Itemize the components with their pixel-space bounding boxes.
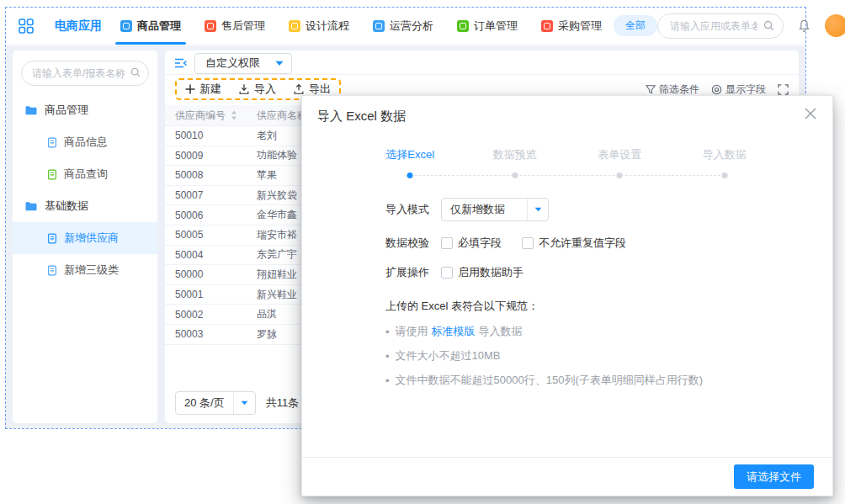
collapse-sidebar-icon[interactable] [174, 57, 188, 69]
sidebar-item-product-info[interactable]: 商品信息 [13, 126, 157, 158]
tab-label: 订单管理 [474, 19, 518, 34]
item-label: 商品查询 [64, 167, 108, 182]
import-button-label: 导入 [254, 82, 276, 97]
permission-dropdown[interactable]: 自定义权限 [194, 53, 292, 74]
fullscreen-icon[interactable] [778, 84, 789, 95]
sidebar-folder-base-data[interactable]: 基础数据 [13, 190, 157, 222]
all-apps-badge[interactable]: 全部 [614, 15, 657, 36]
modal-title: 导入 Excel 数据 [317, 109, 406, 123]
checkbox-label: 启用数据助手 [458, 265, 523, 280]
top-navigation: 电商应用 商品管理 售后管理 设计流程 运营分析 [6, 8, 805, 45]
design-flow-icon [289, 20, 300, 32]
required-fields-checkbox[interactable]: 必填字段 [441, 236, 502, 251]
order-management-icon [457, 20, 469, 32]
rule-template: • 请使用 标准模版 导入数据 [385, 324, 832, 339]
checkbox-box [441, 267, 453, 279]
tab-label: 售后管理 [221, 19, 265, 34]
validation-label: 数据校验 [385, 236, 429, 251]
sidebar-item-product-query[interactable]: 商品查询 [13, 158, 157, 190]
new-button-label: 新建 [199, 82, 221, 97]
column-header-supplier-id[interactable]: 供应商编号 [165, 109, 253, 123]
funnel-icon [646, 84, 656, 95]
tab-label: 采购管理 [558, 19, 602, 34]
aftersales-management-icon [205, 20, 216, 32]
toolbar-right-group: 筛选条件 显示字段 [646, 82, 789, 97]
form-icon [46, 232, 58, 245]
sidebar-item-new-supplier[interactable]: 新增供应商 [13, 222, 157, 254]
checkbox-box [522, 237, 534, 249]
step-dot [512, 172, 518, 178]
tab-product-management[interactable]: 商品管理 [120, 8, 181, 45]
import-steps: 选择Excel 数据预览 表单设置 导入数据 [358, 147, 777, 162]
screenshot-canvas: 电商应用 商品管理 售后管理 设计流程 运营分析 [0, 0, 845, 504]
search-icon [763, 19, 775, 32]
tab-purchase-management[interactable]: 采购管理 [541, 8, 602, 45]
display-fields-button[interactable]: 显示字段 [711, 82, 766, 97]
tab-aftersales-management[interactable]: 售后管理 [205, 8, 265, 45]
apps-grid-icon[interactable] [18, 18, 35, 34]
chevron-down-icon [233, 392, 255, 414]
rule-text: 请使用 [396, 324, 428, 339]
sidebar-item-new-category[interactable]: 新增三级类 [13, 254, 157, 286]
step-progress-dots [358, 172, 777, 179]
rule-filesize: • 文件大小不超过10MB [385, 348, 832, 363]
search-icon [130, 66, 141, 78]
brand-link[interactable]: 电商应用 [55, 19, 102, 34]
fields-label: 显示字段 [725, 82, 766, 97]
tab-order-management[interactable]: 订单管理 [457, 8, 518, 45]
standard-template-link[interactable]: 标准模版 [432, 324, 476, 339]
data-assistant-checkbox[interactable]: 启用数据助手 [441, 265, 523, 280]
item-label: 商品信息 [64, 135, 108, 150]
import-icon [238, 83, 250, 95]
filter-conditions-button[interactable]: 筛选条件 [646, 82, 699, 97]
folder-icon [24, 200, 38, 213]
permission-bar: 自定义权限 [165, 50, 799, 75]
extension-row: 扩展操作 启用数据助手 [385, 265, 832, 280]
rule-text: 文件大小不超过10MB [396, 348, 501, 363]
folder-label: 商品管理 [45, 103, 88, 118]
close-icon[interactable] [804, 107, 817, 120]
step-dot [617, 172, 623, 178]
item-label: 新增供应商 [64, 231, 119, 246]
rule-text: 导入数据 [479, 324, 523, 339]
rule-text: 文件中数据不能超过50000行、150列(子表单明细同样占用行数) [396, 373, 704, 388]
global-search [657, 13, 784, 39]
filter-label: 筛选条件 [659, 82, 699, 97]
choose-file-button[interactable]: 请选择文件 [734, 464, 814, 489]
folder-icon [24, 104, 38, 117]
user-avatar[interactable] [825, 14, 845, 37]
step-import-data: 导入数据 [672, 147, 778, 162]
page-size-dropdown[interactable]: 20 条/页 [175, 391, 256, 415]
form-icon [46, 136, 58, 149]
operation-analysis-icon [373, 20, 385, 32]
notification-bell-icon[interactable] [797, 19, 811, 34]
sort-icon[interactable] [231, 110, 237, 120]
step-select-excel: 选择Excel [358, 147, 463, 162]
import-mode-label: 导入模式 [385, 202, 429, 217]
form-icon [46, 264, 58, 277]
sidebar-folder-product[interactable]: 商品管理 [13, 94, 157, 126]
tab-design-flow[interactable]: 设计流程 [289, 8, 349, 45]
tab-operation-analysis[interactable]: 运营分析 [373, 8, 433, 45]
step-data-preview: 数据预览 [463, 147, 568, 162]
query-form-icon [46, 168, 58, 181]
no-duplicate-checkbox[interactable]: 不允许重复值字段 [522, 236, 626, 251]
modal-footer: 请选择文件 [302, 457, 832, 496]
rules-heading: 上传的 Excel 表符合以下规范： [385, 299, 832, 314]
tab-label: 运营分析 [390, 19, 433, 34]
import-excel-modal: 导入 Excel 数据 选择Excel 数据预览 表单设置 导入数据 导入模式 [301, 95, 833, 496]
checkbox-box [441, 237, 453, 249]
folder-label: 基础数据 [45, 199, 88, 214]
step-dot-active [407, 172, 413, 178]
sidebar-search [21, 61, 149, 86]
item-label: 新增三级类 [64, 263, 119, 278]
new-button[interactable]: 新建 [185, 82, 221, 97]
import-mode-value: 仅新增数据 [442, 202, 527, 217]
import-mode-select[interactable]: 仅新增数据 [441, 198, 549, 221]
import-button[interactable]: 导入 [238, 82, 276, 97]
page-size-value: 20 条/页 [176, 395, 233, 411]
tab-label: 设计流程 [306, 19, 349, 34]
permission-dropdown-value: 自定义权限 [205, 56, 260, 71]
modal-header: 导入 Excel 数据 [302, 96, 832, 125]
chevron-down-icon [527, 199, 548, 220]
